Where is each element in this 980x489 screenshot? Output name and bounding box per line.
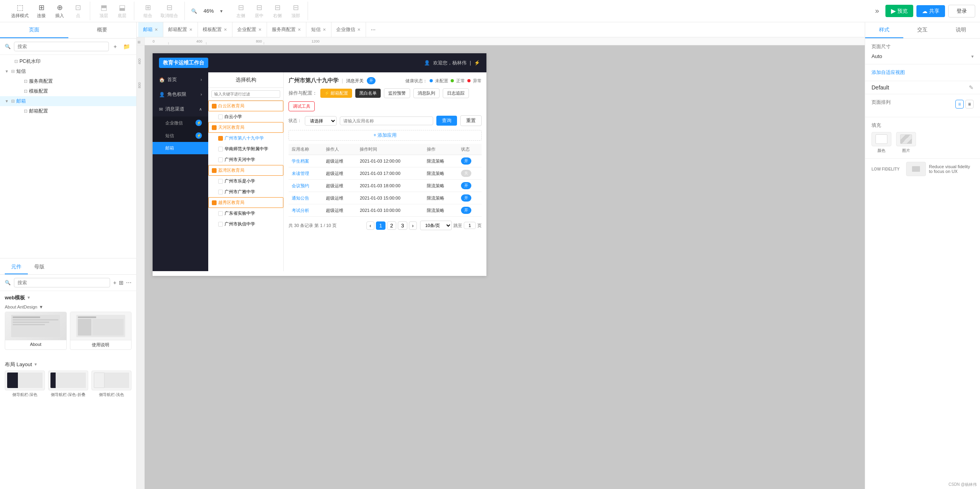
template-expand-icon[interactable]: ▼ [27, 295, 31, 300]
more-btn[interactable]: » [872, 5, 882, 17]
layout-expand-icon[interactable]: ▼ [34, 362, 38, 367]
page-jump-input[interactable] [464, 222, 476, 229]
tab-motherboard[interactable]: 母版 [28, 260, 51, 274]
edit-icon[interactable]: ✎ [969, 84, 974, 91]
org-search-input[interactable] [211, 90, 280, 98]
close-tab-btn[interactable]: ✕ [154, 27, 158, 32]
layout-item-light-nav[interactable]: 侧导航栏-浅色 [91, 371, 132, 398]
org-item-leshi[interactable]: 广州市乐是小学 [215, 176, 283, 186]
fill-color-option[interactable]: 颜色 [872, 132, 891, 153]
tree-item-pcmark[interactable]: ⊡ PC机水印 [0, 56, 136, 66]
org-item-baiyun-school[interactable]: 白云小学 [215, 111, 283, 122]
folder-btn[interactable]: 📁 [122, 43, 132, 50]
top-layer-btn[interactable]: ⬒ 顶层 [95, 2, 112, 20]
tab-style[interactable]: 样式 [865, 22, 903, 38]
org-item-huanan[interactable]: 华南师范大学附属中学 [215, 144, 283, 154]
prev-page-btn[interactable]: ‹ [366, 221, 374, 230]
add-page-btn[interactable]: + [112, 43, 118, 50]
center-align-btn[interactable]: ⊟ 居中 [250, 2, 268, 20]
blacklist-btn[interactable]: 黑白名单 [355, 89, 381, 98]
status-toggle[interactable]: 开 [461, 207, 471, 214]
canvas-tab-enterprise-wechat[interactable]: 企业微信 ✕ [331, 22, 366, 37]
status-toggle[interactable]: 开 [461, 157, 471, 165]
app-link[interactable]: 通知公告 [292, 196, 309, 200]
component-search-input[interactable] [14, 278, 110, 287]
app-name-filter-input[interactable] [340, 116, 433, 125]
tab-page[interactable]: 页面 [0, 22, 68, 38]
page-btn-2[interactable]: 2 [387, 221, 396, 230]
sidebar-item-sms[interactable]: 短信 ⚡ [153, 129, 208, 142]
tree-item-service-config[interactable]: ⊡ 服务商配置 [0, 76, 136, 86]
template-subtitle[interactable]: About AntDesign ▼ [5, 305, 132, 309]
tree-item-email[interactable]: ▼ ⊟ 邮箱 [0, 96, 136, 106]
close-tab-btn[interactable]: ✕ [189, 27, 193, 32]
share-btn[interactable]: ☁ 共享 [916, 5, 945, 17]
login-btn[interactable]: 登录 [948, 5, 975, 17]
org-item-baiyun[interactable]: 白云区教育局 [208, 101, 283, 111]
org-item-guangdong-exp[interactable]: 广东省实验中学 [215, 208, 283, 219]
org-item-guangya[interactable]: 广州市广雅中学 [215, 186, 283, 197]
insert-btn[interactable]: ⊕ 插入 [51, 2, 68, 20]
org-item-89school[interactable]: 广州市第八十九中学 [215, 133, 283, 144]
left-align-btn[interactable]: ⊟ 左侧 [232, 2, 250, 20]
canvas-tab-email-config[interactable]: 邮箱配置 ✕ [163, 22, 198, 37]
page-size-dropdown-icon[interactable]: ▾ [971, 54, 974, 59]
add-app-btn[interactable]: + 添加应用 [289, 130, 482, 141]
log-btn[interactable]: 日志追踪 [443, 88, 469, 98]
org-item-liwan[interactable]: 荔湾区教育局 [208, 165, 283, 176]
app-link[interactable]: 学生档案 [292, 159, 309, 163]
layout-item-dark-nav-collapse[interactable]: 侧导航栏-深色-折叠 [48, 371, 88, 398]
align-left-btn[interactable]: ≡ [955, 100, 964, 109]
template-item-about[interactable]: About [5, 312, 67, 350]
comp-copy-btn[interactable]: ⊞ [119, 279, 124, 286]
per-page-select[interactable]: 10条/页 [420, 221, 452, 230]
monitor-btn[interactable]: 监控预警 [384, 88, 410, 98]
app-link[interactable]: 考试分析 [292, 208, 309, 213]
org-item-tianhe[interactable]: 天河区教育局 [208, 122, 283, 133]
app-link[interactable]: 未读管理 [292, 171, 309, 176]
bottom-layer-btn[interactable]: ⬓ 底层 [113, 2, 131, 20]
tree-item-email-config[interactable]: ⊡ 邮箱配置 [0, 106, 136, 116]
close-tab-btn[interactable]: ✕ [258, 27, 262, 32]
close-tab-btn[interactable]: ✕ [322, 27, 326, 32]
status-toggle[interactable]: 开 [461, 182, 471, 189]
msg-switch-toggle[interactable]: 开 [367, 77, 376, 84]
comp-more-btn[interactable]: ⋯ [126, 279, 132, 286]
tree-item-sms[interactable]: ▼ ⊟ 短信 [0, 66, 136, 76]
preview-btn[interactable]: ▶ 预览 [885, 5, 913, 17]
ungroup-btn[interactable]: ⊟ 取消组合 [157, 2, 181, 20]
tab-interact[interactable]: 交互 [903, 22, 941, 38]
canvas-tab-sms[interactable]: 短信 ✕ [306, 22, 331, 37]
status-toggle[interactable]: 开 [461, 194, 471, 202]
canvas-tab-enterprise-config[interactable]: 企业配置 ✕ [232, 22, 267, 37]
template-item-usage[interactable]: 使用说明 [70, 312, 132, 350]
canvas-tab-more-btn[interactable]: ⋯ [366, 24, 380, 36]
top-align-btn[interactable]: ⊟ 顶部 [287, 2, 304, 20]
page-btn-1[interactable]: 1 [376, 221, 385, 230]
debug-btn[interactable]: 调试工具 [289, 101, 315, 111]
sidebar-item-email[interactable]: 邮箱 [153, 142, 208, 154]
page-btn-3[interactable]: 3 [398, 221, 407, 230]
close-tab-btn[interactable]: ✕ [357, 27, 361, 32]
fill-image-option[interactable]: 图片 [896, 132, 916, 153]
sidebar-item-msg-channel[interactable]: ✉ 消息渠道 ∧ [153, 102, 208, 116]
status-filter-select[interactable]: 请选择 [305, 116, 337, 126]
email-config-btn[interactable]: ⚡ 邮箱配置 [320, 89, 352, 98]
sidebar-item-roles[interactable]: 👤 角色权限 › [153, 87, 208, 102]
tab-overview[interactable]: 概要 [68, 22, 137, 38]
zoom-input[interactable] [199, 8, 219, 14]
tab-explain[interactable]: 说明 [942, 22, 980, 38]
next-page-btn[interactable]: › [409, 221, 417, 230]
select-mode-btn[interactable]: ⬚ 选择模式 [8, 2, 32, 20]
canvas-tab-service-config[interactable]: 服务商配置 ✕ [267, 22, 306, 37]
layout-item-dark-nav[interactable]: 侧导航栏-深色 [5, 371, 45, 398]
canvas-viewport[interactable]: 教育卡运维工作台 👤 欢迎您，杨林伟 | ⚡ 🏠 [145, 45, 865, 489]
align-center-btn[interactable]: ≡ [965, 100, 974, 109]
org-item-tianhe-school[interactable]: 广州市天河中学 [215, 154, 283, 165]
canvas-tab-email[interactable]: 邮箱 ✕ [138, 22, 163, 37]
query-btn[interactable]: 查询 [436, 116, 457, 126]
org-item-zhixin[interactable]: 广州市执信中学 [215, 219, 283, 229]
group-btn[interactable]: ⊞ 组合 [139, 2, 157, 20]
canvas-tab-template-config[interactable]: 模板配置 ✕ [198, 22, 232, 37]
page-search-input[interactable] [14, 42, 109, 51]
